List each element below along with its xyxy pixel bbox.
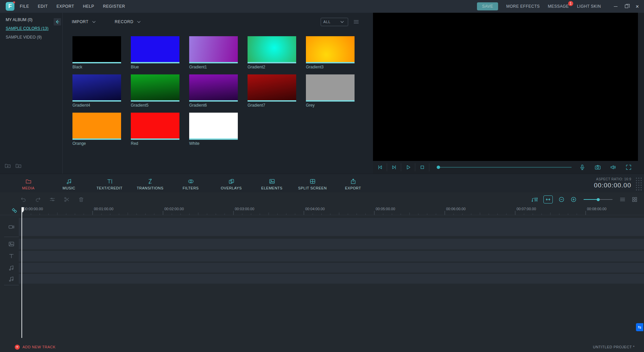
teamviewer-icon[interactable]: ⇆ bbox=[636, 323, 643, 331]
timeline-ruler[interactable]: 00:00:00.0000:01:00.0000:02:00.0000:03:0… bbox=[0, 207, 644, 215]
tab-text-credit[interactable]: TEXT/CREDIT bbox=[89, 176, 130, 190]
audio-mixer-icon[interactable] bbox=[531, 196, 538, 203]
swatch-label: Gradient1 bbox=[189, 65, 238, 69]
menu-register[interactable]: REGISTER bbox=[103, 4, 125, 9]
snapshot-icon[interactable] bbox=[594, 164, 601, 171]
media-item-grey[interactable]: Grey bbox=[306, 74, 355, 108]
menu-edit[interactable]: EDIT bbox=[38, 4, 48, 9]
tab-split-screen[interactable]: SPLIT SCREEN bbox=[292, 176, 333, 190]
swatch-thumbnail[interactable] bbox=[72, 113, 121, 140]
zoom-in-icon[interactable] bbox=[570, 196, 577, 203]
adjust-icon[interactable] bbox=[49, 196, 56, 203]
minimize-button[interactable] bbox=[614, 6, 618, 7]
album-sidebar: MY ALBUM (0)SAMPLE COLORS (13)SAMPLE VID… bbox=[0, 13, 63, 174]
maximize-button[interactable] bbox=[625, 5, 628, 8]
redo-icon[interactable] bbox=[35, 196, 41, 203]
message-badge: 1 bbox=[568, 1, 573, 6]
delete-album-icon[interactable] bbox=[15, 162, 22, 169]
playback-controls bbox=[373, 161, 638, 174]
record-voiceover-icon[interactable] bbox=[579, 164, 586, 171]
swatch-thumbnail[interactable] bbox=[248, 36, 296, 63]
add-album-icon[interactable] bbox=[4, 162, 11, 169]
filter-value: ALL bbox=[323, 20, 330, 24]
seek-knob[interactable] bbox=[437, 166, 440, 169]
tab-elements[interactable]: ELEMENTS bbox=[252, 176, 292, 190]
seek-slider[interactable] bbox=[437, 167, 572, 168]
media-item-gradient4[interactable]: Gradient4 bbox=[72, 74, 121, 108]
tab-label: MUSIC bbox=[63, 186, 75, 190]
media-item-black[interactable]: Black bbox=[72, 36, 121, 69]
swatch-thumbnail[interactable] bbox=[131, 36, 179, 63]
app-window: F FILEEDITEXPORTHELPREGISTER SAVE MORE E… bbox=[0, 0, 644, 352]
track-row-3[interactable] bbox=[19, 263, 644, 273]
track-row-4[interactable] bbox=[19, 274, 644, 284]
swatch-thumbnail[interactable] bbox=[189, 74, 238, 102]
swatch-thumbnail[interactable] bbox=[306, 36, 355, 63]
menu-help[interactable]: HELP bbox=[83, 4, 94, 9]
playhead[interactable] bbox=[21, 207, 22, 338]
light-skin-button[interactable]: LIGHT SKIN bbox=[577, 4, 601, 9]
volume-icon[interactable] bbox=[610, 164, 616, 171]
chevron-down-icon bbox=[136, 18, 142, 25]
collapse-sidebar-button[interactable] bbox=[54, 18, 61, 25]
more-effects-button[interactable]: MORE EFFECTS bbox=[506, 4, 540, 9]
track-list-view-icon[interactable] bbox=[619, 196, 626, 203]
zoom-slider-knob[interactable] bbox=[597, 198, 600, 201]
swatch-thumbnail[interactable] bbox=[131, 113, 179, 140]
panel-resize-handle[interactable] bbox=[635, 176, 642, 190]
tab-overlays[interactable]: OVERLAYS bbox=[211, 176, 252, 190]
add-new-track-button[interactable]: + ADD NEW TRACK bbox=[0, 345, 56, 350]
previous-frame-button[interactable] bbox=[373, 163, 387, 171]
next-frame-button[interactable] bbox=[387, 163, 401, 171]
record-button[interactable]: RECORD bbox=[115, 18, 142, 25]
media-item-gradient1[interactable]: Gradient1 bbox=[189, 36, 238, 69]
swatch-thumbnail[interactable] bbox=[189, 36, 238, 63]
timeline-zoom-slider[interactable] bbox=[584, 199, 612, 200]
track-row-1[interactable] bbox=[19, 239, 644, 249]
tab-export[interactable]: EXPORT bbox=[333, 176, 373, 190]
close-button[interactable]: ✕ bbox=[636, 4, 639, 9]
swatch-thumbnail[interactable] bbox=[72, 74, 121, 102]
import-button[interactable]: IMPORT bbox=[72, 18, 97, 25]
album-item-1[interactable]: SAMPLE COLORS (13) bbox=[0, 24, 62, 33]
swatch-thumbnail[interactable] bbox=[306, 74, 355, 102]
filter-dropdown[interactable]: ALL bbox=[321, 18, 348, 26]
export-icon bbox=[350, 178, 357, 185]
fit-timeline-icon[interactable] bbox=[543, 195, 553, 203]
track-row-0[interactable] bbox=[19, 218, 644, 236]
undo-icon[interactable] bbox=[20, 196, 27, 203]
tab-filters[interactable]: FILTERS bbox=[170, 176, 211, 190]
swatch-thumbnail[interactable] bbox=[131, 74, 179, 102]
message-button[interactable]: MESSAGE 1 bbox=[548, 4, 569, 9]
menu-export[interactable]: EXPORT bbox=[56, 4, 74, 9]
media-item-blue[interactable]: Blue bbox=[131, 36, 179, 69]
tab-media[interactable]: MEDIA bbox=[8, 176, 49, 190]
menu-file[interactable]: FILE bbox=[20, 4, 29, 9]
media-item-gradient6[interactable]: Gradient6 bbox=[189, 74, 238, 108]
track-row-2[interactable] bbox=[19, 251, 644, 261]
media-item-gradient7[interactable]: Gradient7 bbox=[248, 74, 296, 108]
media-item-gradient2[interactable]: Gradient2 bbox=[248, 36, 296, 69]
media-item-white[interactable]: White bbox=[189, 113, 238, 146]
track-area[interactable] bbox=[0, 215, 644, 343]
play-button[interactable] bbox=[401, 163, 415, 171]
tab-transitions[interactable]: TRANSITIONS bbox=[130, 176, 170, 190]
album-item-0[interactable]: MY ALBUM (0) bbox=[0, 13, 62, 24]
list-view-toggle-icon[interactable] bbox=[353, 18, 360, 25]
album-item-2[interactable]: SAMPLE VIDEO (9) bbox=[0, 33, 62, 42]
media-item-gradient5[interactable]: Gradient5 bbox=[131, 74, 179, 108]
fullscreen-icon[interactable] bbox=[625, 164, 632, 171]
save-button[interactable]: SAVE bbox=[477, 2, 498, 10]
zoom-out-icon[interactable] bbox=[558, 196, 565, 203]
tab-music[interactable]: MUSIC bbox=[49, 176, 89, 190]
track-grid-view-icon[interactable] bbox=[631, 196, 638, 203]
swatch-thumbnail[interactable] bbox=[189, 113, 238, 140]
media-item-red[interactable]: Red bbox=[131, 113, 179, 146]
media-item-orange[interactable]: Orange bbox=[72, 113, 121, 146]
swatch-thumbnail[interactable] bbox=[248, 74, 296, 102]
trash-icon[interactable] bbox=[78, 196, 85, 203]
media-item-gradient3[interactable]: Gradient3 bbox=[306, 36, 355, 69]
stop-button[interactable] bbox=[415, 163, 429, 171]
swatch-thumbnail[interactable] bbox=[72, 36, 121, 63]
scissors-icon[interactable] bbox=[63, 196, 70, 203]
